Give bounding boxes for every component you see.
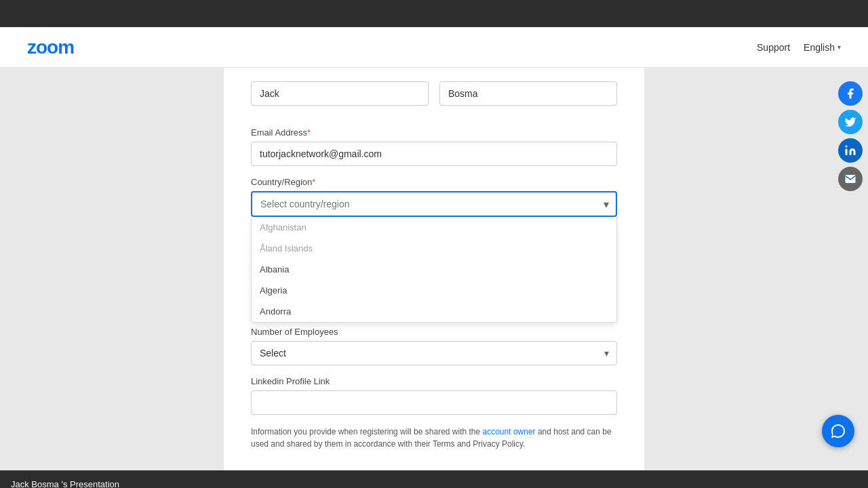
name-row: [251, 81, 617, 117]
support-link[interactable]: Support: [757, 42, 790, 53]
language-label: English: [804, 42, 835, 53]
chevron-down-icon: ▾: [837, 43, 841, 51]
last-name-group: [439, 81, 617, 106]
browser-top-bar: [0, 0, 868, 27]
sidebar-left: [0, 68, 224, 470]
last-name-input[interactable]: [439, 81, 617, 106]
country-input[interactable]: [251, 191, 617, 217]
account-owner-link[interactable]: account owner: [483, 427, 536, 436]
bottom-bar: Jack Bosma 's Presentation: [0, 470, 868, 488]
employees-label: Number of Employees: [251, 327, 617, 337]
first-name-group: [251, 81, 429, 106]
header: zoom Support English ▾: [0, 27, 868, 68]
country-label: Country/Region*: [251, 177, 617, 187]
chat-button[interactable]: [822, 415, 854, 447]
linkedin-icon[interactable]: [838, 138, 863, 163]
email-label: Email Address*: [251, 127, 617, 138]
svg-point-0: [846, 146, 848, 148]
zoom-logo: zoom: [27, 37, 74, 58]
country-required: *: [312, 177, 315, 187]
employees-group: Number of Employees Select: [251, 327, 617, 365]
linkedin-group: Linkedin Profile Link: [251, 376, 617, 415]
dropdown-item-albania[interactable]: Albania: [252, 259, 616, 280]
header-navigation: Support English ▾: [757, 42, 841, 53]
main-content: Email Address* Country/Region* ▾ Afghani…: [0, 68, 868, 470]
dropdown-item-aland[interactable]: Åland Islands: [252, 238, 616, 259]
email-icon[interactable]: [838, 167, 863, 191]
bottom-bar-text: Jack Bosma 's Presentation: [11, 479, 119, 489]
sidebar-right: [644, 68, 868, 470]
dropdown-item-algeria[interactable]: Algeria: [252, 280, 616, 301]
form-container: Email Address* Country/Region* ▾ Afghani…: [224, 68, 644, 470]
country-group: Country/Region* ▾ Afghanistan Åland Isla…: [251, 177, 617, 217]
facebook-icon[interactable]: [838, 81, 863, 106]
email-input[interactable]: [251, 142, 617, 166]
employees-select[interactable]: Select: [251, 341, 617, 365]
email-group: Email Address*: [251, 127, 617, 166]
linkedin-input[interactable]: [251, 390, 617, 415]
language-selector[interactable]: English ▾: [804, 42, 841, 53]
dropdown-item-andorra[interactable]: Andorra: [252, 301, 616, 322]
country-dropdown-wrapper: ▾ Afghanistan Åland Islands Albania Alge…: [251, 191, 617, 217]
twitter-icon[interactable]: [838, 110, 863, 134]
info-text: Information you provide when registering…: [251, 426, 617, 450]
email-required: *: [307, 127, 311, 138]
employees-select-wrapper: Select: [251, 341, 617, 365]
linkedin-label: Linkedin Profile Link: [251, 376, 617, 386]
first-name-input[interactable]: [251, 81, 429, 106]
dropdown-item-afghanistan[interactable]: Afghanistan: [252, 217, 616, 238]
social-icons-container: [838, 81, 863, 191]
country-dropdown-menu: Afghanistan Åland Islands Albania Algeri…: [251, 217, 617, 323]
